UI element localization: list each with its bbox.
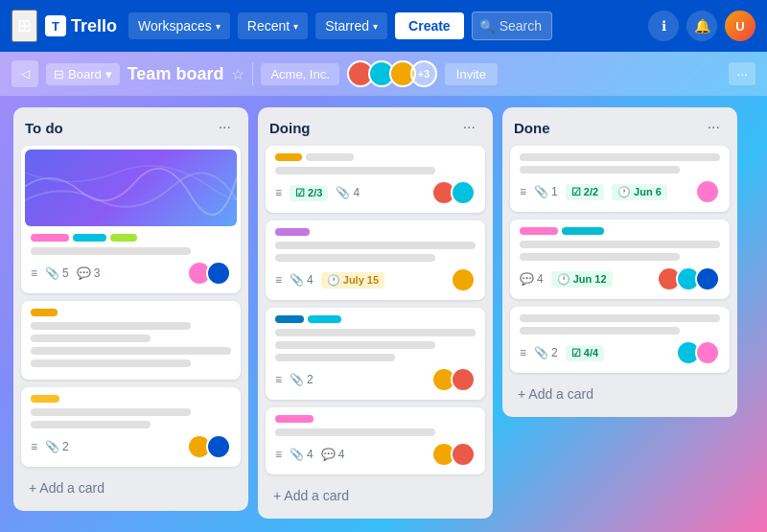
label-teal [562,227,604,235]
card-meta: ≡ 📎2 ☑ 4/4 [520,345,604,361]
card-avatars [187,261,231,286]
checklist-badge: ☑ 2/2 [566,184,604,200]
board-title: Team board [128,64,224,84]
card-footer: ≡ ☑ 2/3 📎4 [275,180,476,205]
card-labels [275,415,476,423]
card-avatar-2 [451,367,476,392]
grid-menu-button[interactable]: ⊞ [12,10,37,42]
card-avatar-1 [695,179,720,204]
more-options-button[interactable]: ··· [729,62,755,85]
label-pink [31,234,69,242]
card-footer: ≡ 📎5 💬3 [31,261,231,286]
search-wrapper: 🔍 [472,12,552,40]
card-doing-4[interactable]: ≡ 📎4 💬4 [266,407,485,474]
card-done-1[interactable]: ≡ 📎1 ☑ 2/2 🕐 Jun 6 [510,146,730,212]
column-todo: To do ··· ≡ 📎5 [13,107,248,511]
trello-logo[interactable]: T Trello [45,15,117,36]
label-pink [520,227,558,235]
card-meta: ≡ ☑ 2/3 📎4 [275,185,360,201]
card-footer: ≡ 📎1 ☑ 2/2 🕐 Jun 6 [520,179,720,204]
card-text-line [275,254,435,262]
label-blue [275,315,304,323]
user-avatar[interactable]: U [725,11,755,41]
card-done-2[interactable]: 💬4 🕐 Jun 12 [510,220,730,299]
card-footer: ≡ 📎4 🕐 July 15 [275,267,476,292]
description-icon: ≡ [31,266,37,280]
date-badge: 🕐 Jun 6 [612,184,667,200]
divider [252,62,253,85]
description-icon: ≡ [275,448,282,461]
card-text-line [520,314,720,322]
workspaces-button[interactable]: Workspaces ▾ [128,12,230,39]
column-todo-menu[interactable]: ··· [213,117,237,138]
card-todo-3[interactable]: ≡ 📎2 [21,387,241,467]
card-footer: ≡ 📎2 ☑ 4/4 [520,340,720,365]
attachments-meta: 📎2 [45,440,69,453]
card-avatars [431,180,476,205]
board-header: ◁ ⊟ Board ▾ Team board ☆ Acme, Inc. +3 I… [0,52,767,96]
attachments-meta: 📎2 [290,373,314,386]
card-avatar-2 [695,340,720,365]
chevron-down-icon: ▾ [105,67,112,81]
add-card-button-todo[interactable]: + Add a card [21,474,241,501]
card-text-line [31,359,191,367]
card-text-line [275,242,476,249]
label-cyan [308,315,341,323]
description-icon: ≡ [275,186,282,199]
comments-meta: 💬4 [321,448,345,461]
board-view-button[interactable]: ⊟ Board ▾ [46,63,120,85]
card-meta: ≡ 📎5 💬3 [31,266,100,280]
checklist-badge: ☑ 2/3 [290,185,328,201]
member-count-badge[interactable]: +3 [410,60,437,87]
notifications-button[interactable]: 🔔 [686,11,717,41]
card-avatar-2 [206,261,231,286]
chevron-down-icon: ▾ [293,21,298,32]
card-meta: ≡ 📎2 [275,373,314,386]
card-avatar-2 [451,180,476,205]
card-avatars [676,340,720,365]
invite-button[interactable]: Invite [445,63,498,85]
card-meta: ≡ 📎4 🕐 July 15 [275,272,384,289]
card-text-line [275,354,395,361]
create-button[interactable]: Create [395,12,464,39]
card-avatar-1 [451,267,476,292]
card-todo-1[interactable]: ≡ 📎5 💬3 [21,146,241,293]
card-doing-3[interactable]: ≡ 📎2 [266,308,485,400]
attachments-meta: 📎1 [534,185,558,198]
workspace-tag[interactable]: Acme, Inc. [261,63,338,85]
column-doing-title: Doing [269,120,311,136]
recent-button[interactable]: Recent ▾ [238,12,308,39]
card-footer: ≡ 📎2 [31,434,231,459]
column-done-header: Done ··· [510,117,730,138]
info-button[interactable]: ℹ [648,11,679,41]
card-meta: 💬4 🕐 Jun 12 [520,271,613,288]
card-avatars [657,266,720,291]
attachments-meta: 📎4 [336,186,360,199]
column-doing-header: Doing ··· [266,117,485,138]
card-doing-1[interactable]: ≡ ☑ 2/3 📎4 [266,146,485,213]
checklist-badge: ☑ 4/4 [566,345,604,361]
card-text-line [275,167,435,174]
search-input[interactable] [472,12,552,40]
sidebar-toggle-button[interactable]: ◁ [12,60,38,87]
column-done-title: Done [514,120,550,136]
comments-meta: 💬4 [520,272,544,286]
card-labels [275,228,476,236]
card-text-line [520,166,680,173]
card-text-line [520,253,680,261]
star-button[interactable]: ☆ [231,65,244,83]
column-done-menu[interactable]: ··· [702,117,726,138]
card-text-line [31,408,191,416]
card-text-line [275,428,435,436]
card-text-line [520,153,720,161]
starred-button[interactable]: Starred ▾ [315,12,387,39]
card-text-line [275,341,435,349]
add-card-button-doing[interactable]: + Add a card [266,482,485,509]
card-todo-2[interactable] [21,301,241,380]
card-done-3[interactable]: ≡ 📎2 ☑ 4/4 [510,307,730,373]
label-purple [275,228,310,236]
description-icon: ≡ [520,346,526,359]
add-card-button-done[interactable]: + Add a card [510,381,730,407]
column-doing-menu[interactable]: ··· [457,117,481,138]
card-doing-2[interactable]: ≡ 📎4 🕐 July 15 [266,220,485,300]
